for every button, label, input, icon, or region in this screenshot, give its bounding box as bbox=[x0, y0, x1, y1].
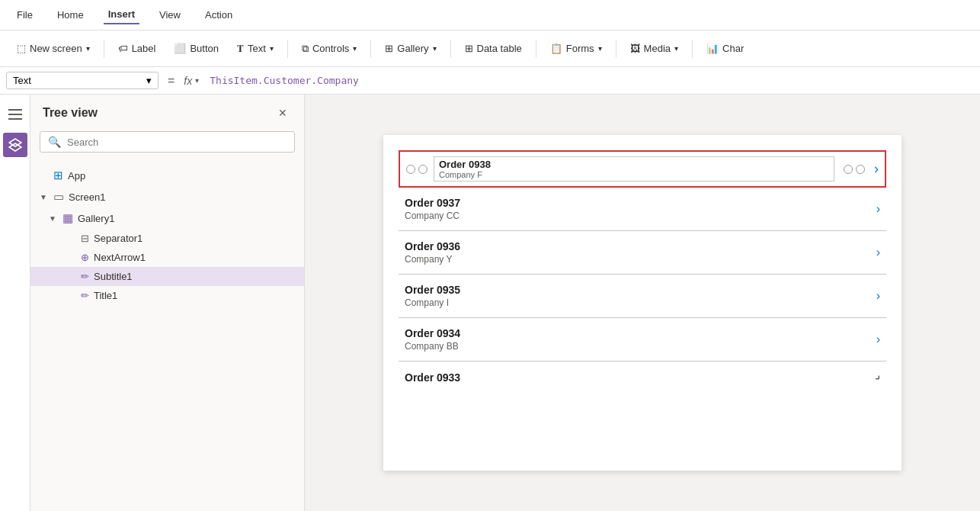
gallery-item-content-2: Order 0936 Company Y bbox=[405, 240, 876, 265]
toolbar-separator-5 bbox=[536, 40, 536, 58]
sidebar-menu-icon-btn[interactable] bbox=[3, 102, 27, 127]
gallery-item-arrow-1: › bbox=[876, 202, 880, 216]
tree-item-gallery1[interactable]: ▼ ▦ Gallery1 bbox=[30, 207, 304, 229]
button-icon: ⬜ bbox=[174, 43, 186, 54]
gallery-item-4[interactable]: Order 0934 Company BB › bbox=[399, 318, 886, 362]
menu-home[interactable]: Home bbox=[53, 6, 88, 24]
new-screen-button[interactable]: ⬚ New screen ▾ bbox=[9, 39, 98, 58]
gallery-item-content-4: Order 0934 Company BB bbox=[405, 327, 876, 352]
tree-items-list: ⊞ App ▼ ▭ Screen1 ▼ ▦ Gallery1 ⊟ Separat… bbox=[30, 162, 304, 511]
fx-icon: fx bbox=[184, 75, 192, 87]
component-handle-2 bbox=[418, 165, 428, 174]
toolbar-separator-1 bbox=[104, 40, 104, 58]
datatable-button[interactable]: ⊞ Data table bbox=[457, 39, 530, 58]
tree-item-title1[interactable]: ✏ Title1 bbox=[30, 286, 304, 305]
tree-label-app: App bbox=[68, 170, 295, 182]
gallery-item-title-4: Order 0934 bbox=[405, 327, 876, 339]
gallery-item-arrow-0: › bbox=[874, 161, 879, 177]
forms-button[interactable]: 📋 Forms ▾ bbox=[543, 39, 610, 58]
gallery-item-selected[interactable]: Order 0938 Company F › bbox=[399, 150, 886, 188]
tree-item-subtitle1[interactable]: ✏ Subtitle1 bbox=[30, 267, 304, 286]
gallery-item-1[interactable]: Order 0937 Company CC › bbox=[399, 188, 886, 231]
new-screen-chevron-icon: ▾ bbox=[86, 44, 90, 53]
selected-title: Order 0938 bbox=[439, 159, 829, 170]
text-icon: 𝐓 bbox=[237, 43, 244, 55]
tree-label-screen1: Screen1 bbox=[69, 191, 295, 203]
tree-item-separator1[interactable]: ⊟ Separator1 bbox=[30, 229, 304, 248]
formula-selector[interactable]: Text ▾ bbox=[6, 72, 159, 89]
selected-subtitle-row: Company F bbox=[439, 170, 829, 179]
tree-item-app[interactable]: ⊞ App bbox=[30, 165, 304, 186]
gallery-item-subtitle-4: Company BB bbox=[405, 341, 876, 352]
forms-chevron-icon: ▾ bbox=[598, 44, 602, 53]
tree-expand-gallery1[interactable]: ▼ bbox=[49, 214, 58, 223]
tree-label-title1: Title1 bbox=[94, 290, 295, 301]
subtitle-icon: ✏ bbox=[81, 271, 89, 282]
label-icon: 🏷 bbox=[118, 43, 128, 54]
app-icon: ⊞ bbox=[53, 169, 63, 182]
sidebar-layers-icon-btn[interactable] bbox=[3, 133, 27, 157]
gallery-item-content-1: Order 0937 Company CC bbox=[405, 197, 876, 221]
gallery-item-title-2: Order 0936 bbox=[405, 240, 876, 252]
menu-bar: File Home Insert View Action bbox=[0, 0, 980, 31]
forms-icon: 📋 bbox=[550, 43, 562, 54]
tree-panel: Tree view ✕ 🔍 ⊞ App ▼ ▭ Screen1 ▼ ▦ bbox=[30, 95, 305, 511]
tree-close-button[interactable]: ✕ bbox=[274, 104, 292, 122]
button-button[interactable]: ⬜ Button bbox=[166, 39, 226, 58]
chart-icon: 📊 bbox=[706, 43, 719, 54]
tree-label-separator1: Separator1 bbox=[94, 233, 295, 244]
gallery-item-title-5: Order 0933 bbox=[405, 371, 876, 384]
gallery-chevron-icon: ▾ bbox=[433, 44, 437, 53]
title-icon: ✏ bbox=[81, 290, 89, 301]
media-button[interactable]: 🖼 Media ▾ bbox=[623, 39, 686, 58]
hamburger-icon bbox=[8, 109, 22, 120]
tree-item-nextarrow1[interactable]: ⊕ NextArrow1 bbox=[30, 248, 304, 267]
tree-search-box[interactable]: 🔍 bbox=[40, 131, 295, 153]
svg-marker-4 bbox=[9, 143, 21, 151]
menu-insert[interactable]: Insert bbox=[104, 5, 139, 24]
label-button[interactable]: 🏷 Label bbox=[110, 39, 164, 58]
component-handle-3 bbox=[844, 165, 853, 174]
formula-selector-chevron-icon: ▾ bbox=[146, 75, 152, 86]
controls-chevron-icon: ▾ bbox=[353, 44, 357, 53]
toolbar-separator-6 bbox=[616, 40, 617, 58]
text-button[interactable]: 𝐓 Text ▾ bbox=[229, 39, 281, 59]
tree-title: Tree view bbox=[43, 106, 98, 120]
tree-expand-screen1[interactable]: ▼ bbox=[40, 193, 49, 201]
formula-equals-sign: = bbox=[165, 74, 178, 88]
menu-file[interactable]: File bbox=[12, 6, 37, 24]
component-handle-4 bbox=[856, 165, 865, 174]
svg-marker-3 bbox=[9, 139, 21, 146]
gallery-item-content-3: Order 0935 Company I bbox=[405, 284, 876, 308]
toolbar-separator-4 bbox=[450, 40, 451, 58]
formula-fx-group: fx ▾ bbox=[184, 75, 199, 87]
screen-icon: ▭ bbox=[53, 190, 64, 204]
toolbar-separator-2 bbox=[287, 40, 288, 58]
gallery-item-3[interactable]: Order 0935 Company I › bbox=[399, 275, 886, 318]
svg-rect-2 bbox=[8, 118, 22, 120]
gallery-item-title-3: Order 0935 bbox=[405, 284, 876, 296]
menu-action[interactable]: Action bbox=[200, 6, 237, 24]
menu-view[interactable]: View bbox=[155, 6, 185, 24]
gallery-button[interactable]: ⊞ Gallery ▾ bbox=[377, 39, 444, 58]
toolbar: ⬚ New screen ▾ 🏷 Label ⬜ Button 𝐓 Text ▾… bbox=[0, 31, 980, 67]
toolbar-separator-3 bbox=[370, 40, 371, 58]
tree-item-screen1[interactable]: ▼ ▭ Screen1 bbox=[30, 186, 304, 207]
gallery-item-arrow-4: › bbox=[876, 333, 880, 346]
gallery-item-2[interactable]: Order 0936 Company Y › bbox=[399, 231, 886, 275]
component-handle-1 bbox=[406, 165, 415, 174]
controls-button[interactable]: ⧉ Controls ▾ bbox=[294, 39, 364, 59]
gallery-tree-icon: ▦ bbox=[62, 211, 73, 225]
chart-button[interactable]: 📊 Char bbox=[699, 39, 751, 58]
new-screen-icon: ⬚ bbox=[17, 43, 26, 54]
app-preview: Order 0938 Company F › bbox=[383, 135, 902, 471]
gallery-item-subtitle-1: Company CC bbox=[405, 211, 876, 221]
toolbar-separator-7 bbox=[692, 40, 693, 58]
search-input[interactable] bbox=[67, 137, 287, 148]
nextarrow-icon: ⊕ bbox=[81, 252, 89, 263]
tree-label-gallery1: Gallery1 bbox=[78, 213, 295, 224]
gallery-list: Order 0938 Company F › bbox=[383, 135, 902, 471]
gallery-item-5[interactable]: Order 0933 › bbox=[399, 362, 886, 394]
layers-icon bbox=[8, 138, 22, 152]
formula-input[interactable] bbox=[205, 73, 974, 88]
